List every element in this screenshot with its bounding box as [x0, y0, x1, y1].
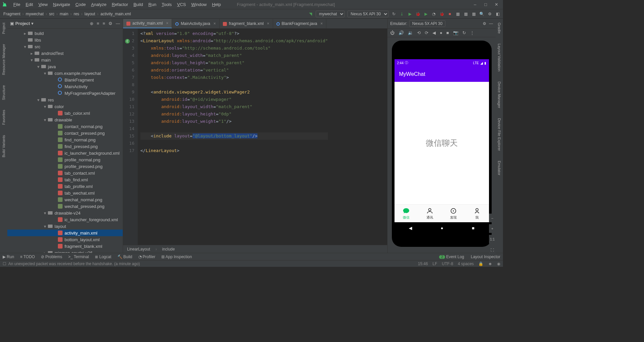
- device-target-select[interactable]: Nexus 5X API 30: [347, 11, 389, 17]
- tree-node[interactable]: ▾color: [7, 103, 123, 110]
- project-dropdown-icon[interactable]: ▣: [10, 21, 14, 26]
- footer-crumb[interactable]: include: [162, 247, 175, 252]
- tree-node[interactable]: ▾main: [7, 57, 123, 63]
- menu-vcs[interactable]: VCS: [174, 2, 189, 7]
- menu-analyze[interactable]: Analyze: [88, 2, 109, 7]
- breadcrumb-item[interactable]: res: [73, 12, 80, 16]
- tree-node[interactable]: find_normal.png: [7, 136, 123, 143]
- tree-node[interactable]: ▾drawable-v24: [7, 210, 123, 216]
- tree-node[interactable]: bottom_layout.xml: [7, 236, 123, 243]
- tree-node[interactable]: find_pressed.png: [7, 143, 123, 150]
- menu-run[interactable]: Run: [146, 2, 159, 7]
- menu-window[interactable]: Window: [189, 2, 209, 7]
- tree-node[interactable]: ▸mipmap-anydpi-v26: [7, 250, 123, 253]
- rail-emulator[interactable]: Emulator: [497, 159, 501, 177]
- bottom-nav-item[interactable]: 发现: [442, 205, 465, 222]
- home-icon[interactable]: ●: [440, 30, 442, 35]
- bottom-nav-item[interactable]: 我: [465, 205, 489, 222]
- tree-node[interactable]: activity_main.xml: [7, 230, 123, 236]
- status-encoding[interactable]: UTF-8: [442, 261, 453, 266]
- volume-up-icon[interactable]: 🔊: [399, 30, 404, 35]
- tree-node[interactable]: MyFragmentPagerAdapter: [7, 90, 123, 96]
- reload-icon[interactable]: ↻: [462, 30, 466, 35]
- notifications-icon[interactable]: ◧: [495, 11, 500, 17]
- sdk-icon[interactable]: ▦: [463, 11, 468, 17]
- code-text[interactable]: <?xml version="1.0" encoding="utf-8"?><L…: [138, 29, 328, 245]
- status-indent[interactable]: 4 spaces: [458, 261, 474, 266]
- phone-body[interactable]: 微信聊天: [395, 82, 489, 204]
- make-icon[interactable]: ⤓: [399, 11, 404, 17]
- rail-build-variants[interactable]: Build Variants: [2, 133, 6, 159]
- search-icon[interactable]: 🔍: [479, 11, 484, 17]
- inspector-icon[interactable]: ☻: [488, 261, 492, 266]
- window-close-icon[interactable]: ✕: [494, 2, 499, 7]
- tree-node[interactable]: tab_find.xml: [7, 176, 123, 183]
- sys-home-icon[interactable]: ●: [441, 226, 443, 231]
- tree-node[interactable]: profile_pressed.png: [7, 163, 123, 170]
- expand-all-icon[interactable]: ≡: [97, 21, 99, 26]
- stop-icon[interactable]: ■: [447, 11, 452, 17]
- menu-help[interactable]: Help: [209, 2, 224, 7]
- rail-project[interactable]: Project: [2, 21, 6, 36]
- more-icon[interactable]: ⋮: [470, 30, 474, 35]
- tree-node[interactable]: ic_launcher_background.xml: [7, 150, 123, 156]
- menu-tools[interactable]: Tools: [159, 2, 174, 7]
- tree-node[interactable]: contact_normal.png: [7, 123, 123, 130]
- screenshot-icon[interactable]: 📷: [453, 30, 458, 35]
- rotate-left-icon[interactable]: ⟲: [417, 30, 421, 35]
- rail-device-file-explorer[interactable]: Device File Explorer: [497, 116, 501, 153]
- tree-node[interactable]: ▸build: [7, 30, 123, 37]
- zoom-out-icon[interactable]: –: [489, 214, 496, 222]
- select-opened-icon[interactable]: ⊕: [90, 21, 93, 26]
- tool-problems[interactable]: ⊘ Problems: [41, 255, 62, 259]
- chevron-down-icon[interactable]: ▾: [31, 21, 34, 26]
- code-editor[interactable]: 1C234567891011121314151617 <?xml version…: [123, 29, 387, 245]
- breadcrumb-item[interactable]: src: [48, 12, 55, 16]
- hide-panel-icon[interactable]: —: [116, 21, 120, 26]
- tree-node[interactable]: fragment_blank.xml: [7, 243, 123, 250]
- tree-node[interactable]: ▸androidTest: [7, 50, 123, 57]
- menu-edit[interactable]: Edit: [23, 2, 36, 7]
- tree-node[interactable]: ▾com.example.mywechat: [7, 70, 123, 77]
- tree-node[interactable]: wechat_pressed.png: [7, 203, 123, 210]
- tool-build[interactable]: 🔨 Build: [117, 255, 132, 259]
- zoom-fit-icon[interactable]: 1:1: [489, 235, 496, 244]
- footer-crumb[interactable]: LinearLayout: [127, 247, 150, 252]
- status-line-sep[interactable]: LF: [432, 261, 437, 266]
- project-panel-title[interactable]: Project: [15, 21, 30, 26]
- emulator-hide-icon[interactable]: —: [489, 21, 493, 26]
- gear-icon[interactable]: ⚙: [108, 21, 112, 26]
- volume-down-icon[interactable]: 🔉: [408, 30, 413, 35]
- close-tab-icon[interactable]: ×: [166, 21, 168, 26]
- tree-node[interactable]: tab_color.xml: [7, 110, 123, 116]
- power-save-icon[interactable]: ◉: [497, 261, 500, 266]
- tree-node[interactable]: tab_contact.xml: [7, 170, 123, 176]
- tool-terminal[interactable]: >_ Terminal: [68, 255, 89, 259]
- menu-build[interactable]: Build: [131, 2, 146, 7]
- breadcrumb-item[interactable]: Fragment: [3, 12, 21, 16]
- run-target-select[interactable]: mywechat: [316, 11, 345, 17]
- tree-node[interactable]: tab_wechat.xml: [7, 190, 123, 196]
- zoom-expand-icon[interactable]: ⛶: [489, 246, 496, 254]
- tree-node[interactable]: tab_profile.xml: [7, 183, 123, 190]
- window-maximize-icon[interactable]: □: [483, 2, 488, 7]
- rail-favorites[interactable]: Favorites: [2, 108, 6, 127]
- rail-device-manager[interactable]: Device Manager: [497, 80, 501, 110]
- breadcrumb-item[interactable]: mywechat: [25, 12, 44, 16]
- tree-node[interactable]: ▾layout: [7, 223, 123, 230]
- sys-overview-icon[interactable]: ■: [472, 226, 475, 231]
- tool-logcat[interactable]: ≣ Logcat: [95, 255, 111, 259]
- menu-code[interactable]: Code: [73, 2, 88, 7]
- lock-icon[interactable]: 🔒: [478, 261, 483, 266]
- tool-run[interactable]: ▶ Run: [3, 255, 14, 259]
- rail-structure[interactable]: Structure: [2, 83, 6, 102]
- status-caret[interactable]: 15:46: [418, 261, 428, 266]
- close-tab-icon[interactable]: ×: [320, 21, 323, 26]
- project-tree[interactable]: ▸buildlibs▾src▸androidTest▾main▾java▾com…: [7, 29, 123, 253]
- tree-node[interactable]: BlankFragment: [7, 77, 123, 83]
- breadcrumb-item[interactable]: layout: [84, 12, 96, 16]
- breadcrumb-item[interactable]: activity_main.xml: [100, 12, 131, 16]
- zoom-in-icon[interactable]: +: [489, 224, 496, 233]
- tree-node[interactable]: ▾drawable: [7, 116, 123, 123]
- collapse-all-icon[interactable]: ≡: [102, 21, 105, 26]
